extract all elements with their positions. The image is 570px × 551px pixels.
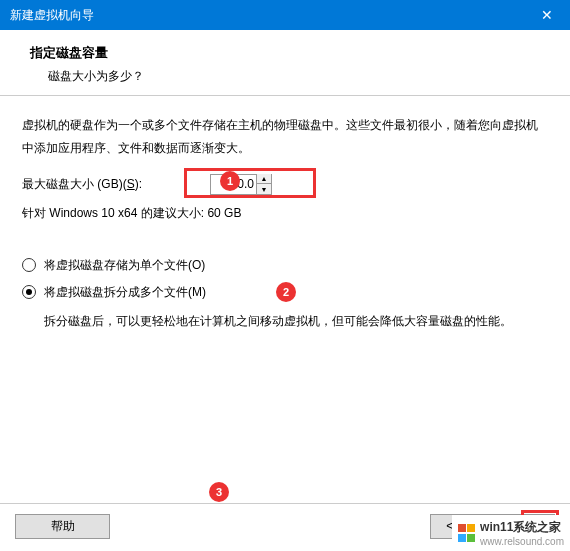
windows-logo-icon [458,524,476,542]
spin-down-button[interactable]: ▼ [257,184,271,194]
page-subtitle: 磁盘大小为多少？ [30,68,550,85]
split-description: 拆分磁盘后，可以更轻松地在计算机之间移动虚拟机，但可能会降低大容量磁盘的性能。 [22,310,548,333]
page-title: 指定磁盘容量 [30,44,550,62]
annotation-badge-2: 2 [276,282,296,302]
recommended-size-text: 针对 Windows 10 x64 的建议大小: 60 GB [22,205,548,222]
help-button[interactable]: 帮助 [15,514,110,539]
disk-size-spinner[interactable]: ▲ ▼ [210,174,272,195]
description-text: 虚拟机的硬盘作为一个或多个文件存储在主机的物理磁盘中。这些文件最初很小，随着您向… [22,114,548,160]
radio-icon-unselected [22,258,36,272]
disk-size-label: 最大磁盘大小 (GB)(S): [22,176,142,193]
storage-radio-group: 将虚拟磁盘存储为单个文件(O) 将虚拟磁盘拆分成多个文件(M) 拆分磁盘后，可以… [22,252,548,333]
spin-up-button[interactable]: ▲ [257,174,271,184]
titlebar: 新建虚拟机向导 ✕ [0,0,570,30]
annotation-badge-3: 3 [209,482,229,502]
disk-size-row: 最大磁盘大小 (GB)(S): ▲ ▼ 1 [22,174,548,195]
watermark-url: www.relsound.com [480,536,564,547]
window-title: 新建虚拟机向导 [10,7,94,24]
watermark-title: win11系统之家 [480,519,564,536]
radio-split-label: 将虚拟磁盘拆分成多个文件(M) [44,284,206,301]
wizard-content: 虚拟机的硬盘作为一个或多个文件存储在主机的物理磁盘中。这些文件最初很小，随着您向… [0,96,570,332]
radio-icon-selected [22,285,36,299]
watermark: win11系统之家 www.relsound.com [452,515,570,551]
annotation-badge-1: 1 [220,171,240,191]
radio-single-file[interactable]: 将虚拟磁盘存储为单个文件(O) [22,252,548,279]
wizard-header: 指定磁盘容量 磁盘大小为多少？ [0,30,570,96]
radio-single-label: 将虚拟磁盘存储为单个文件(O) [44,257,205,274]
close-button[interactable]: ✕ [524,0,570,30]
